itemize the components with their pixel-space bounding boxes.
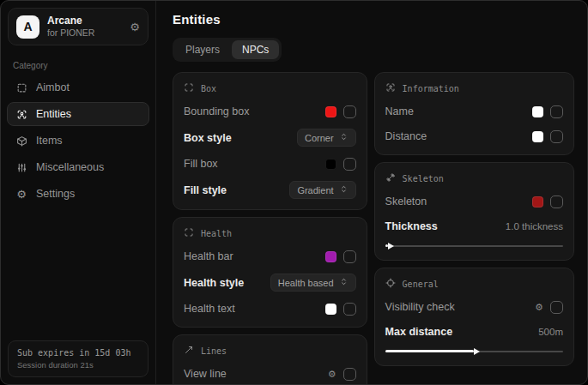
tab-bar: Players NPCs xyxy=(173,38,282,62)
settings-grid: Box Bounding box Box style Corner xyxy=(173,72,574,384)
lines-card-header: Lines xyxy=(184,345,356,357)
gear-icon[interactable]: ⚙ xyxy=(328,370,336,379)
general-card: General Visibility check ⚙ Max distance … xyxy=(374,268,574,366)
brand-text: Arcane for PIONER xyxy=(47,15,94,39)
slider-fill xyxy=(385,350,475,352)
chevrons-up-down-icon xyxy=(339,132,349,143)
setting-row: Distance xyxy=(385,129,563,144)
lines-card: Lines View line ⚙ Line to enemy ⚙ xyxy=(173,334,367,384)
main-panel: Entities Players NPCs Box Bounding box xyxy=(156,1,587,384)
sidebar-item-label: Items xyxy=(36,135,63,147)
setting-row: Health text xyxy=(184,301,356,316)
checkbox[interactable] xyxy=(343,105,356,118)
general-card-header: General xyxy=(385,278,563,290)
sliders-icon xyxy=(15,161,27,173)
box-card: Box Bounding box Box style Corner xyxy=(173,72,367,210)
setting-label: Thickness xyxy=(385,220,438,232)
setting-row: Fill style Gradient xyxy=(184,181,356,199)
gear-icon[interactable]: ⚙ xyxy=(535,303,543,312)
sub-expires-text: Sub expires in 15d 03h xyxy=(17,348,139,358)
setting-row: Name xyxy=(385,104,563,119)
setting-label: Name xyxy=(385,105,414,117)
color-swatch[interactable] xyxy=(325,251,336,262)
setting-row: Bounding box xyxy=(184,104,356,119)
color-swatch[interactable] xyxy=(325,106,336,117)
checkbox[interactable] xyxy=(343,303,356,316)
skeleton-card-header: Skeleton xyxy=(385,172,563,184)
sidebar-item-items[interactable]: Items xyxy=(7,129,149,153)
checkbox[interactable] xyxy=(550,301,563,314)
setting-label: Bounding box xyxy=(184,105,249,117)
setting-row: Fill box xyxy=(184,156,356,171)
checkbox[interactable] xyxy=(550,105,563,118)
skeleton-card: Skeleton Skeleton Thickness 1.0 thicknes… xyxy=(374,162,574,261)
select-value: Gradient xyxy=(297,185,333,196)
select-value: Health based xyxy=(278,278,334,288)
sidebar-item-entities[interactable]: Entities xyxy=(7,102,149,126)
gear-icon[interactable]: ⚙ xyxy=(130,21,140,33)
checkbox[interactable] xyxy=(550,196,563,208)
color-swatch[interactable] xyxy=(532,106,543,117)
sidebar-item-miscellaneous[interactable]: Miscellaneous xyxy=(7,155,149,179)
setting-row: Max distance 500m xyxy=(385,324,563,340)
health-style-select[interactable]: Health based xyxy=(270,274,356,292)
setting-label: Fill box xyxy=(184,158,218,170)
slider-handle[interactable] xyxy=(388,243,394,250)
card-title: General xyxy=(403,280,439,289)
setting-label: View line xyxy=(184,368,227,380)
chevrons-up-down-icon xyxy=(339,184,349,196)
box-card-header: Box xyxy=(184,82,356,94)
setting-label: Fill style xyxy=(184,184,227,196)
corner-brackets-icon xyxy=(184,82,194,94)
thickness-slider[interactable] xyxy=(385,242,563,250)
session-duration-text: Session duration 21s xyxy=(17,360,139,370)
brand-card: A Arcane for PIONER ⚙ xyxy=(8,8,149,45)
card-title: Lines xyxy=(201,346,227,356)
checkbox[interactable] xyxy=(343,158,356,171)
fill-style-select[interactable]: Gradient xyxy=(289,181,355,199)
max-distance-value: 500m xyxy=(538,327,563,337)
setting-row: Visibility check ⚙ xyxy=(385,299,563,315)
color-swatch[interactable] xyxy=(325,159,336,170)
max-distance-slider[interactable] xyxy=(385,347,563,355)
setting-row: Health style Health based xyxy=(184,274,356,292)
left-column: Box Bounding box Box style Corner xyxy=(173,72,367,384)
setting-label: Health style xyxy=(184,277,244,289)
bone-icon xyxy=(385,172,396,184)
setting-row: Thickness 1.0 thickness xyxy=(385,219,563,234)
checkbox[interactable] xyxy=(343,368,356,381)
setting-row: Box style Corner xyxy=(184,129,356,147)
app-name: Arcane xyxy=(47,15,94,27)
setting-label: Visibility check xyxy=(385,301,455,313)
sidebar-item-aimbot[interactable]: Aimbot xyxy=(7,75,149,99)
entity-scan-icon xyxy=(15,108,27,120)
card-title: Skeleton xyxy=(403,174,444,183)
thickness-value: 1.0 thickness xyxy=(506,221,563,232)
tab-npcs[interactable]: NPCs xyxy=(232,40,279,59)
sidebar-nav: Aimbot Entities Items Miscellaneous xyxy=(1,74,155,208)
right-column: Information Name Distance xyxy=(374,72,574,366)
checkbox[interactable] xyxy=(550,130,563,143)
sidebar-item-settings[interactable]: ⚙ Settings xyxy=(7,182,149,206)
setting-row: Health bar xyxy=(184,249,356,264)
box-style-select[interactable]: Corner xyxy=(297,129,356,147)
setting-label: Box style xyxy=(184,132,232,144)
dashed-box-icon xyxy=(15,81,27,93)
color-swatch[interactable] xyxy=(325,304,336,315)
color-swatch[interactable] xyxy=(532,131,543,142)
diagonal-line-icon xyxy=(184,345,194,357)
page-title: Entities xyxy=(173,12,574,27)
information-card-header: Information xyxy=(385,82,563,94)
chevrons-up-down-icon xyxy=(339,277,349,288)
card-title: Information xyxy=(403,84,459,93)
corner-brackets-icon xyxy=(184,227,194,239)
app-subtitle: for PIONER xyxy=(47,27,94,39)
tab-players[interactable]: Players xyxy=(175,40,230,59)
subscription-status-card: Sub expires in 15d 03h Session duration … xyxy=(8,340,149,377)
app-window: A Arcane for PIONER ⚙ Category Aimbot En… xyxy=(0,0,588,385)
setting-label: Max distance xyxy=(385,326,453,338)
slider-handle[interactable] xyxy=(474,348,480,355)
checkbox[interactable] xyxy=(343,250,356,263)
sidebar-item-label: Aimbot xyxy=(36,81,70,93)
color-swatch[interactable] xyxy=(532,196,543,208)
